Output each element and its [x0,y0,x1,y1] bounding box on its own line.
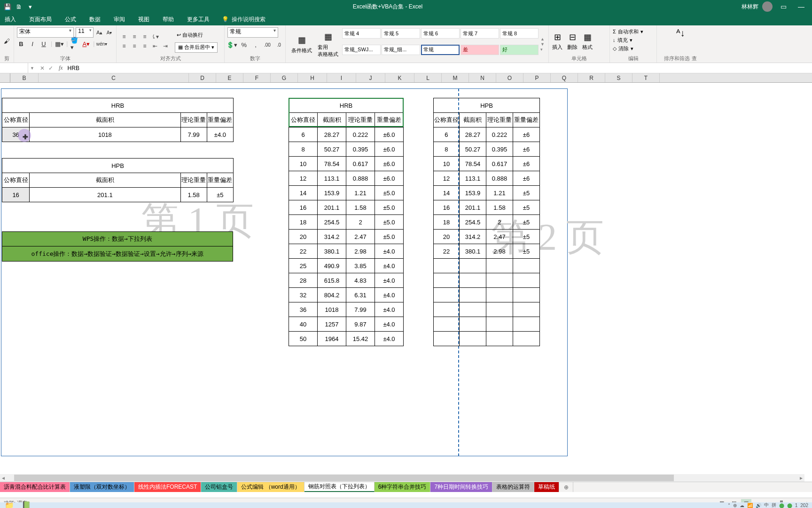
sheet-tab[interactable]: 公式编辑 （word通用） [237,482,304,492]
dec-decimal-icon[interactable]: .0 [275,40,282,49]
explorer-icon[interactable]: 📁 [4,500,15,508]
decrease-font-icon[interactable]: A▾ [105,28,113,37]
inc-decimal-icon[interactable]: .00 [264,40,271,49]
qat-dropdown-icon[interactable]: ▾ [26,3,34,10]
namebox-dropdown-icon[interactable]: ▼ [28,66,36,71]
col-header[interactable]: N [469,73,496,82]
phonetic-icon[interactable]: wén▾ [97,40,106,48]
col-header[interactable]: L [414,73,442,82]
sheet-tab[interactable]: 线性内插法FORECAST [134,482,201,492]
tray-icon[interactable]: ⬤ [787,503,792,508]
col-header[interactable]: C [39,73,189,82]
worksheet-grid[interactable]: 第 1 页 第 2 页 HRB 公称直径 截面积 理论重量 重量偏差 36 10… [0,83,812,480]
tab-review[interactable]: 审阅 [113,14,126,25]
tab-more[interactable]: 更多工具 [186,14,211,25]
col-header[interactable]: I [327,73,356,82]
sheet-tab-active[interactable]: 钢筋对照表（下拉列表） [304,482,375,492]
style-item[interactable]: 常规 5 [382,28,420,39]
sheet-tab[interactable]: 6种字符串合并技巧 [375,482,431,492]
tab-view[interactable]: 视图 [137,14,150,25]
percent-icon[interactable]: % [241,40,248,49]
diameter-input-cell[interactable]: 16 [2,188,30,202]
tab-formulas[interactable]: 公式 [64,14,77,25]
horizontal-scrollbar[interactable]: ◂ ▸ [0,474,804,482]
cell-styles-gallery[interactable]: 常规 4 常规 5 常规 6 常规 7 常规 8 常规_SWJ... 常规_细.… [341,27,539,61]
cancel-formula-icon[interactable]: ✕ [40,65,45,71]
excel-app-icon[interactable]: 📗 [21,500,32,508]
col-header[interactable]: Q [551,73,578,82]
gallery-down-icon[interactable]: ▼ [540,42,545,47]
cond-format-button[interactable]: ▦条件格式 [289,27,315,61]
style-item[interactable]: 常规 7 [461,28,499,39]
style-item[interactable]: 常规_细... [382,45,420,55]
save-icon[interactable]: 💾 [4,3,11,10]
gallery-up-icon[interactable]: ▲ [540,37,545,41]
align-center-icon[interactable]: ≡ [130,42,139,50]
delete-cells-button[interactable]: ⊟删除 [567,32,578,51]
autosum-button[interactable]: Σ自动求和▾ [613,27,654,36]
fx-icon[interactable]: fx [57,64,65,71]
print-preview-icon[interactable]: 🗎 [15,3,23,10]
indent-dec-icon[interactable]: ⇤ [150,42,160,50]
col-header[interactable]: P [523,73,551,82]
accept-formula-icon[interactable]: ✓ [48,65,53,71]
style-item[interactable]: 差 [461,45,499,55]
tab-insert[interactable]: 插入 [4,14,17,25]
col-header[interactable]: T [632,73,660,82]
col-header[interactable]: S [605,73,632,82]
tray-icon[interactable]: ⊕ [733,503,737,508]
col-header[interactable]: K [385,73,414,82]
col-header[interactable]: M [442,73,469,82]
ime-icon[interactable]: 中 [764,502,769,508]
scroll-left-icon[interactable]: ◂ [0,475,7,481]
col-header[interactable]: J [356,73,385,82]
style-item[interactable]: 好 [500,45,539,55]
indent-inc-icon[interactable]: ⇥ [161,42,170,50]
new-sheet-button[interactable]: ⊕ [559,482,573,492]
tab-layout[interactable]: 页面布局 [28,14,53,25]
align-bottom-icon[interactable]: ≡ [140,32,149,41]
merge-center-button[interactable]: ▦合并后居中▾ [175,42,218,53]
avatar[interactable] [762,1,773,12]
border-icon[interactable]: ▦▾ [55,40,63,48]
ribbon-options-icon[interactable]: ▭ [776,3,790,10]
formula-input[interactable]: HRB [65,65,812,71]
fill-button[interactable]: ↓填充▾ [613,36,654,44]
sort-filter-icon[interactable]: ᴬ↓ [676,27,685,39]
col-header[interactable]: B [10,73,39,82]
align-middle-icon[interactable]: ≡ [130,32,139,41]
ime-icon[interactable]: 拼 [772,502,776,508]
style-item[interactable]: 常规 8 [500,28,539,39]
align-right-icon[interactable]: ≡ [140,42,149,50]
font-color-icon[interactable]: A▾ [82,40,90,48]
col-header[interactable]: O [496,73,523,82]
sheet-tab[interactable]: 沥青混合料配合比计算表 [0,482,70,492]
col-header[interactable]: R [578,73,605,82]
tray-chevron-icon[interactable]: ˄ [728,503,730,508]
number-format-select[interactable]: 常规 [227,27,278,38]
tab-help[interactable]: 帮助 [162,14,175,25]
col-header[interactable]: H [298,73,327,82]
clear-button[interactable]: ◇清除▾ [613,44,654,53]
sheet-tab[interactable]: 7种日期时间转换技巧 [430,482,492,492]
col-header[interactable]: G [271,73,298,82]
style-item[interactable]: 常规 4 [342,28,381,39]
font-name-select[interactable]: 宋体 [17,27,74,38]
comma-icon[interactable]: , [252,40,259,49]
increase-font-icon[interactable]: A▴ [95,28,103,37]
font-size-select[interactable]: 11 [76,27,94,38]
underline-icon[interactable]: U [39,40,48,48]
volume-icon[interactable]: 🔊 [756,503,761,508]
wifi-icon[interactable]: 📶 [747,503,753,508]
tab-data[interactable]: 数据 [88,14,102,25]
orientation-icon[interactable]: ⤹▾ [150,32,160,41]
col-header[interactable]: F [243,73,271,82]
bold-icon[interactable]: B [17,40,25,48]
col-header[interactable]: E [216,73,243,82]
style-item[interactable]: 常规 6 [421,28,460,39]
paste-icon[interactable]: 🖌 [3,37,11,46]
currency-icon[interactable]: 💲▾ [227,40,236,49]
align-left-icon[interactable]: ≡ [119,42,129,50]
wrap-text-button[interactable]: ↩自动换行 [175,30,218,40]
style-item[interactable]: 常规 [421,45,460,55]
